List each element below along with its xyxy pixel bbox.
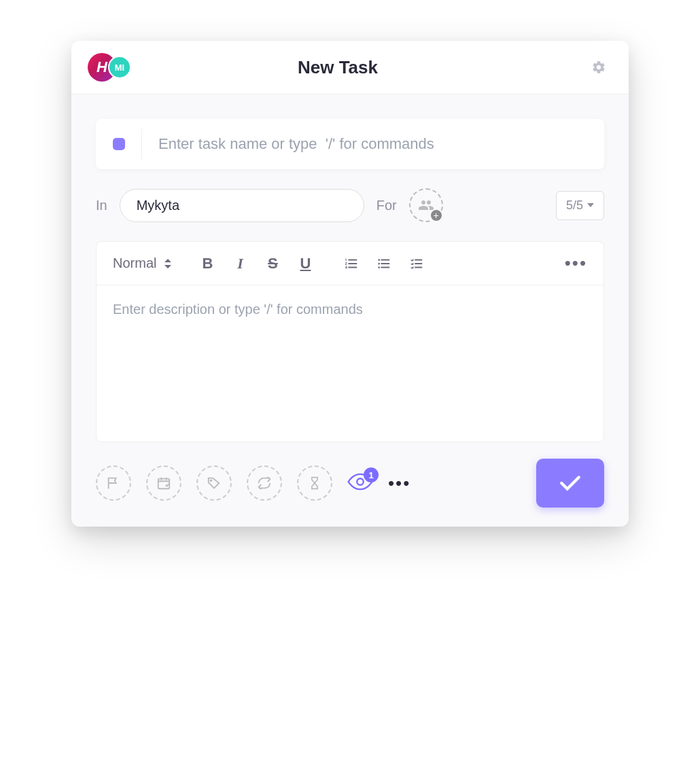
assignee-label: For [377,198,397,213]
flag-icon [106,476,121,491]
meta-row: In Mykyta For + 5/5 [96,188,604,222]
calendar-icon [156,476,171,491]
svg-point-1 [211,480,212,481]
description-editor: Normal B I S U [96,241,604,442]
strikethrough-button[interactable]: S [262,255,283,272]
watchers-button[interactable]: 1 [347,473,373,493]
due-date-button[interactable] [146,465,181,501]
task-name-input[interactable] [142,135,604,153]
location-label: In [96,198,107,213]
assignee-selector[interactable]: + [409,188,443,222]
modal-body: In Mykyta For + 5/5 Normal B I [71,94,629,527]
check-icon [559,474,582,492]
italic-button[interactable]: I [230,255,250,272]
ordered-list-icon [344,256,359,271]
new-task-modal: H MI New Task In Mykyta For + 5/5 [71,41,629,527]
description-input[interactable]: Enter description or type '/' for comman… [97,285,603,442]
recurring-button[interactable] [247,465,282,501]
gear-icon [591,60,606,75]
create-task-button[interactable] [536,459,604,508]
tag-icon [207,476,222,491]
svg-rect-0 [158,479,170,489]
format-selector[interactable]: Normal [113,255,171,271]
toolbar-more-button[interactable]: ••• [565,253,587,274]
task-name-row [96,119,604,169]
priority-flag-button[interactable] [96,465,131,501]
checklist-button[interactable] [406,256,427,271]
footer-more-button[interactable]: ••• [388,473,410,494]
checklist-icon [409,256,424,271]
bold-button[interactable]: B [197,255,217,272]
status-selector[interactable] [96,128,142,160]
hourglass-icon [308,476,321,491]
footer-row: 1 ••• [96,459,604,508]
status-indicator-icon [113,138,125,150]
time-estimate-button[interactable] [297,465,332,501]
underline-button[interactable]: U [295,255,315,272]
ordered-list-button[interactable] [341,256,362,271]
modal-header: H MI New Task [71,41,629,94]
location-selector[interactable]: Mykyta [120,189,364,222]
editor-toolbar: Normal B I S U [97,242,603,285]
modal-title: New Task [90,57,585,78]
sort-icon [164,259,171,268]
unordered-list-button[interactable] [374,256,394,271]
unordered-list-icon [377,256,391,271]
priority-value: 5/5 [566,198,583,213]
svg-point-2 [357,478,364,485]
watcher-count-badge: 1 [364,467,379,482]
recurring-icon [257,476,272,491]
format-label: Normal [113,255,156,271]
settings-button[interactable] [585,54,612,81]
caret-down-icon [587,203,594,207]
tags-button[interactable] [196,465,232,501]
plus-icon: + [430,209,443,222]
priority-selector[interactable]: 5/5 [556,191,604,220]
